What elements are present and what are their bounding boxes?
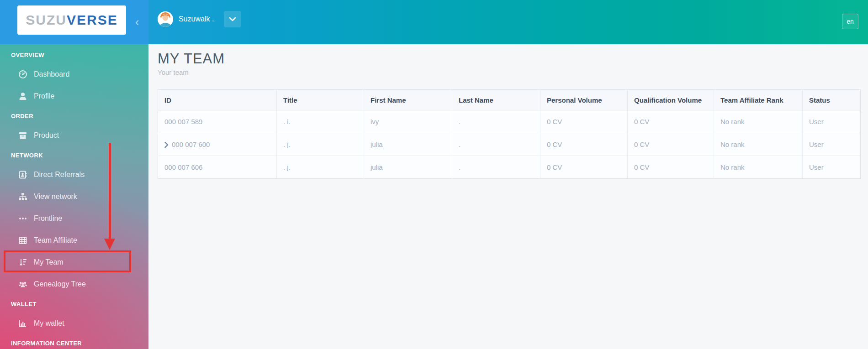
ellipsis-icon — [18, 214, 27, 223]
sidebar-item-label: My wallet — [34, 319, 64, 328]
top-bar: SUZUVERSE ‹ Suzuwalk . en — [0, 0, 868, 44]
sidebar-section-overview: OVERVIEW — [0, 51, 148, 60]
sidebar-item-my-wallet[interactable]: My wallet — [0, 313, 148, 334]
page-subtitle: Your team — [158, 68, 868, 76]
table-row: 000 007 600. j.julia.0 CV0 CVNo rankUser — [158, 133, 861, 156]
sidebar-item-product[interactable]: Product — [0, 125, 148, 146]
column-header-id: ID — [158, 90, 277, 110]
cell-first-name: julia — [364, 156, 452, 179]
cell-personal-volume: 0 CV — [540, 156, 628, 179]
sidebar-item-profile[interactable]: Profile — [0, 85, 148, 107]
cell-id: 000 007 600 — [158, 133, 277, 156]
sidebar-item-team-affiliate[interactable]: Team Affiliate — [0, 229, 148, 251]
sitemap-icon — [18, 192, 27, 201]
user-icon — [18, 92, 27, 101]
user-name: Suzuwalk . — [179, 15, 214, 23]
page-header: MY TEAM Your team — [158, 51, 868, 76]
cell-qualification-volume: 0 CV — [628, 110, 714, 133]
cell-id: 000 007 606 — [158, 156, 277, 179]
column-header-personal-volume: Personal Volume — [540, 90, 628, 110]
sidebar-item-label: Genealogy Tree — [34, 280, 86, 288]
table-grid-icon — [18, 236, 27, 245]
column-header-first-name: First Name — [364, 90, 452, 110]
cell-personal-volume: 0 CV — [540, 133, 628, 156]
cell-last-name: . — [452, 110, 540, 133]
sidebar-nav: OVERVIEWDashboardProfileORDERProductNETW… — [0, 44, 148, 348]
cell-title: . i. — [277, 110, 364, 133]
cell-team-affiliate-rank: No rank — [714, 156, 803, 179]
suzuverse-logo[interactable]: SUZUVERSE — [17, 5, 126, 35]
address-book-icon — [18, 170, 27, 179]
sidebar-item-label: Profile — [34, 92, 54, 100]
sidebar-section-network: NETWORK — [0, 151, 148, 160]
sidebar-item-label: Team Affiliate — [34, 236, 77, 245]
language-label: en — [847, 18, 854, 25]
sidebar-item-direct-referrals[interactable]: Direct Referrals — [0, 164, 148, 186]
column-header-title: Title — [277, 90, 364, 110]
expand-chevron-icon[interactable] — [164, 142, 169, 148]
cell-id: 000 007 589 — [158, 110, 277, 133]
main-content: MY TEAM Your team IDTitleFirst NameLast … — [148, 44, 868, 349]
sidebar-item-view-network[interactable]: View network — [0, 186, 148, 208]
logo-text: SUZUVERSE — [26, 13, 117, 27]
cell-qualification-volume: 0 CV — [628, 156, 714, 179]
sidebar-item-frontline[interactable]: Frontline — [0, 208, 148, 229]
cell-title: . j. — [277, 156, 364, 179]
annotation-highlight-box — [4, 250, 131, 272]
cell-first-name: julia — [364, 133, 452, 156]
cell-qualification-volume: 0 CV — [628, 133, 714, 156]
column-header-last-name: Last Name — [452, 90, 540, 110]
cell-personal-volume: 0 CV — [540, 110, 628, 133]
cell-status: User — [803, 156, 861, 179]
cell-title: . j. — [277, 133, 364, 156]
chevron-down-icon — [229, 17, 236, 21]
logo-part-verse: VERSE — [67, 12, 118, 27]
cell-status: User — [803, 133, 861, 156]
product-box-icon — [18, 131, 27, 140]
sidebar-section-wallet: WALLET — [0, 300, 148, 309]
my-team-table: IDTitleFirst NameLast NamePersonal Volum… — [158, 89, 861, 179]
sidebar-item-genealogy-tree[interactable]: Genealogy Tree — [0, 273, 148, 295]
annotation-arrow-line — [109, 143, 111, 240]
column-header-qualification-volume: Qualification Volume — [628, 90, 714, 110]
brand-area: SUZUVERSE ‹ — [0, 0, 148, 44]
sidebar-item-label: Direct Referrals — [34, 171, 85, 179]
cell-first-name: ivy — [364, 110, 452, 133]
sidebar-item-label: Product — [34, 131, 59, 140]
sidebar-item-label: Dashboard — [34, 70, 69, 78]
table-header-row: IDTitleFirst NameLast NamePersonal Volum… — [158, 90, 861, 110]
dashboard-gauge-icon — [18, 70, 27, 79]
annotation-arrow-head — [104, 239, 115, 250]
sidebar-item-dashboard[interactable]: Dashboard — [0, 63, 148, 85]
chevron-left-icon: ‹ — [135, 15, 139, 29]
table-row: 000 007 606. j.julia.0 CV0 CVNo rankUser — [158, 156, 861, 179]
page-title: MY TEAM — [158, 51, 868, 67]
users-group-icon — [18, 280, 27, 289]
cell-status: User — [803, 110, 861, 133]
logo-part-suzu: SUZU — [26, 12, 67, 27]
sidebar-section-order: ORDER — [0, 112, 148, 121]
column-header-team-affiliate-rank: Team Affiliate Rank — [714, 90, 803, 110]
bar-chart-icon — [18, 319, 27, 328]
cell-team-affiliate-rank: No rank — [714, 133, 803, 156]
language-selector[interactable]: en — [842, 14, 858, 29]
cell-last-name: . — [452, 133, 540, 156]
user-avatar — [158, 11, 173, 27]
cell-last-name: . — [452, 156, 540, 179]
sidebar-item-label: View network — [34, 193, 77, 201]
table-row: 000 007 589. i.ivy.0 CV0 CVNo rankUser — [158, 110, 861, 133]
cell-team-affiliate-rank: No rank — [714, 110, 803, 133]
sidebar: OVERVIEWDashboardProfileORDERProductNETW… — [0, 44, 148, 349]
sidebar-collapse-button[interactable]: ‹ — [130, 13, 144, 31]
user-menu[interactable]: Suzuwalk . — [158, 9, 241, 29]
user-menu-dropdown-button[interactable] — [224, 11, 241, 27]
sidebar-section-information-center: INFORMATION CENTER — [0, 339, 148, 348]
column-header-status: Status — [803, 90, 861, 110]
sidebar-item-label: Frontline — [34, 214, 62, 223]
